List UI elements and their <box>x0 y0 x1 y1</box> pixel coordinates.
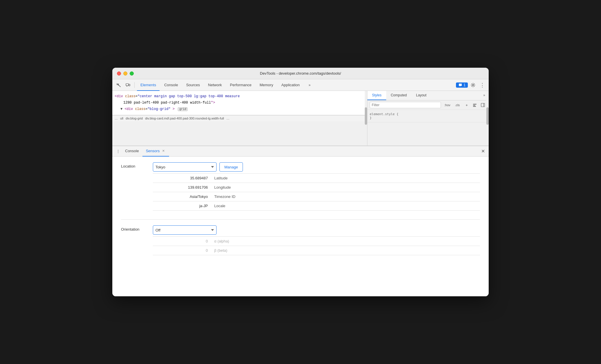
breadcrumb: … ull div.blog-grid div.blog-card.md\:pa… <box>112 115 367 121</box>
styles-filter-input[interactable] <box>370 102 441 108</box>
bottom-panel: ⋮ Console Sensors ✕ ✕ Location <box>112 146 489 296</box>
traffic-lights <box>117 71 134 76</box>
tab-sensors[interactable]: Sensors ✕ <box>142 146 169 157</box>
svg-rect-0 <box>126 84 129 86</box>
tab-layout[interactable]: Layout <box>411 91 431 100</box>
sensor-separator <box>121 219 480 220</box>
devtools-toolbar: Elements Console Sources Network Perform… <box>112 79 489 91</box>
location-controls: Tokyo No override Berlin London Moscow M… <box>153 162 480 211</box>
hov-button[interactable]: :hov <box>443 103 452 107</box>
inspect-properties-icon[interactable] <box>471 102 478 109</box>
orientation-select-row: Off Portrait Primary Portrait Secondary … <box>153 225 480 235</box>
tab-application[interactable]: Application <box>278 79 303 91</box>
beta-input[interactable] <box>153 246 211 255</box>
orientation-section: Orientation Off Portrait Primary Portrai… <box>121 225 480 255</box>
location-row: Location Tokyo No override Berlin London… <box>121 162 480 211</box>
tab-console-bottom[interactable]: Console <box>122 146 142 157</box>
location-label: Location <box>121 162 153 168</box>
toggle-sidebar-icon[interactable] <box>479 102 486 109</box>
orientation-label: Orientation <box>121 225 153 231</box>
timezone-row: Timezone ID <box>153 192 480 201</box>
chat-badge[interactable]: 1 <box>456 82 468 88</box>
cls-button[interactable]: .cls <box>454 103 461 107</box>
location-fields: Latitude Longitude Timezone ID <box>153 173 480 211</box>
grid-badge: grid <box>178 107 188 111</box>
tab-console[interactable]: Console <box>161 79 182 91</box>
device-toggle-icon[interactable] <box>124 81 132 89</box>
html-content: <div class="center margin gap top-500 lg… <box>112 91 367 115</box>
html-panel: <div class="center margin gap top-500 lg… <box>112 91 367 146</box>
settings-icon[interactable] <box>469 81 477 89</box>
sensors-content: Location Tokyo No override Berlin London… <box>112 157 489 296</box>
latitude-label: Latitude <box>211 174 480 183</box>
devtools-window: DevTools - developer.chrome.com/tags/dev… <box>112 68 489 296</box>
devtools-content-area: <div class="center margin gap top-500 lg… <box>112 91 489 296</box>
window-title: DevTools - developer.chrome.com/tags/dev… <box>260 71 341 76</box>
beta-row: β (beta) <box>153 246 480 255</box>
tab-memory[interactable]: Memory <box>256 79 277 91</box>
close-button[interactable] <box>117 71 121 76</box>
styles-icon-buttons: + <box>463 102 486 109</box>
beta-label: β (beta) <box>211 246 480 255</box>
locale-label: Locale <box>211 201 480 210</box>
longitude-input[interactable] <box>153 183 211 192</box>
bottom-panel-close-icon[interactable]: ✕ <box>479 148 486 155</box>
alpha-label: α (alpha) <box>211 237 480 246</box>
breadcrumb-ellipsis-end[interactable]: … <box>226 117 230 120</box>
longitude-label: Longitude <box>211 183 480 192</box>
breadcrumb-item-ull[interactable]: ull <box>120 117 123 120</box>
add-style-rule-icon[interactable]: + <box>463 102 470 109</box>
html-line-1: <div class="center margin gap top-500 lg… <box>112 93 367 100</box>
location-select-row: Tokyo No override Berlin London Moscow M… <box>153 162 480 172</box>
more-tabs-button[interactable]: » <box>305 81 314 89</box>
locale-input[interactable] <box>153 201 211 210</box>
tab-performance[interactable]: Performance <box>226 79 255 91</box>
timezone-input[interactable] <box>153 192 211 201</box>
location-select[interactable]: Tokyo No override Berlin London Moscow M… <box>153 162 217 172</box>
top-panels: <div class="center margin gap top-500 lg… <box>112 91 489 146</box>
tab-styles[interactable]: Styles <box>367 91 386 100</box>
maximize-button[interactable] <box>130 71 134 76</box>
html-line-2: 1280 pad-left-400 pad-right-400 width-fu… <box>112 100 367 106</box>
tab-sources[interactable]: Sources <box>183 79 204 91</box>
alpha-row: α (alpha) <box>153 236 480 246</box>
orientation-row: Orientation Off Portrait Primary Portrai… <box>121 225 480 255</box>
tab-elements[interactable]: Elements <box>137 79 160 91</box>
svg-point-4 <box>472 84 474 86</box>
location-section: Location Tokyo No override Berlin London… <box>121 162 480 211</box>
toolbar-divider-1 <box>134 82 135 88</box>
latitude-input[interactable] <box>153 174 211 183</box>
inspect-element-icon[interactable] <box>115 81 123 89</box>
breadcrumb-item-blog-card[interactable]: div.blog-card.md\:pad-400.pad-300.rounde… <box>145 117 224 120</box>
html-scrollbar[interactable] <box>365 91 367 146</box>
orientation-fields: α (alpha) β (beta) <box>153 236 480 255</box>
longitude-row: Longitude <box>153 183 480 192</box>
orientation-controls: Off Portrait Primary Portrait Secondary … <box>153 225 480 255</box>
styles-scrollbar[interactable] <box>486 91 489 146</box>
toolbar-right: 1 ⋮ <box>456 81 486 89</box>
manage-button[interactable]: Manage <box>219 162 243 172</box>
svg-rect-1 <box>129 84 130 86</box>
breadcrumb-ellipsis-start[interactable]: … <box>115 117 118 120</box>
svg-rect-7 <box>473 106 476 107</box>
tab-computed[interactable]: Computed <box>386 91 411 100</box>
svg-rect-6 <box>473 105 475 106</box>
bottom-tabs-bar: ⋮ Console Sensors ✕ ✕ <box>112 146 489 157</box>
timezone-label: Timezone ID <box>211 192 480 201</box>
styles-filter-bar: :hov .cls + <box>367 100 489 110</box>
html-line-3: ▼ <div class="blog-grid" > grid <box>112 106 367 113</box>
styles-content-preview: element.style { } <box>367 110 489 122</box>
alpha-input[interactable] <box>153 237 211 246</box>
tab-network[interactable]: Network <box>205 79 226 91</box>
breadcrumb-item-blog-grid[interactable]: div.blog-grid <box>126 117 143 120</box>
bottom-tab-menu-icon[interactable]: ⋮ <box>115 148 122 155</box>
svg-rect-5 <box>473 104 477 104</box>
orientation-select[interactable]: Off Portrait Primary Portrait Secondary … <box>153 225 217 235</box>
styles-tabs: Styles Computed Layout » <box>367 91 489 100</box>
svg-rect-8 <box>481 103 485 107</box>
more-options-icon[interactable]: ⋮ <box>478 81 486 89</box>
latitude-row: Latitude <box>153 173 480 183</box>
sensors-tab-close-icon[interactable]: ✕ <box>161 149 166 153</box>
minimize-button[interactable] <box>123 71 127 76</box>
styles-panel: Styles Computed Layout » :hov .cls + <box>367 91 489 146</box>
